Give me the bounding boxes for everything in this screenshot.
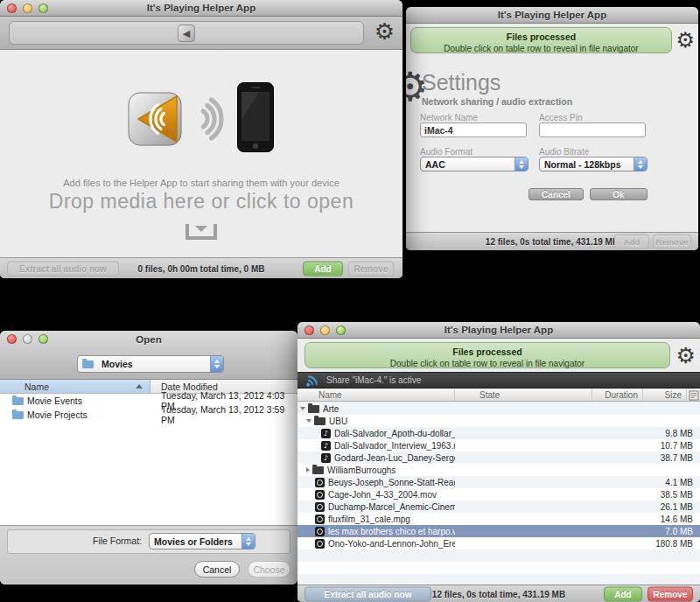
footer-bar: 12 files, 0s total time, 431.19 MB Add R… [406, 232, 698, 250]
list-item[interactable]: Movie ProjectsTuesday, March 13, 2012 3:… [0, 408, 298, 422]
table-row[interactable]: Arte [298, 402, 700, 415]
drop-hint-small: Add files to the Helper App to start sha… [63, 178, 340, 188]
video-icon [315, 478, 325, 487]
access-pin-input[interactable] [539, 122, 646, 137]
gear-icon[interactable]: ⚙ [374, 20, 395, 43]
table-row[interactable]: ♪Godard-Jean-Luc_Daney-Serge_Interview_1… [298, 452, 700, 464]
file-state [455, 464, 592, 476]
column-header-size[interactable]: Size [643, 389, 687, 401]
open-table-body: Movie EventsTuesday, March 13, 2012 4:03… [0, 394, 298, 422]
video-icon [315, 514, 325, 524]
minimize-button[interactable] [320, 326, 330, 335]
file-name: Beuys-Joseph_Sonne-Statt-Reagan_1982.mov [328, 478, 455, 487]
audio-bitrate-select[interactable]: Normal - 128kbps [539, 157, 648, 172]
file-name: Cage-John_4-33_2004.mov [328, 490, 437, 500]
minimize-button[interactable] [23, 4, 32, 13]
table-row[interactable]: fluxfilm_31_cale.mpg14.6 MB [298, 513, 700, 525]
gear-icon[interactable]: ⚙ [676, 30, 695, 51]
stepper-icon [242, 534, 255, 549]
files-table-body: ArteUBU♪Dali-Salvador_Apoth-du-dollar_19… [298, 402, 700, 584]
file-name-cell: Beuys-Joseph_Sonne-Statt-Reagan_1982.mov [298, 476, 455, 488]
close-button[interactable] [7, 4, 17, 13]
remove-button[interactable]: Remove [348, 261, 394, 276]
file-name-cell: ♪Dali-Salvador_Interview_1963.mp3 [298, 439, 455, 452]
table-row[interactable]: ♪Dali-Salvador_Interview_1963.mp310.7 MB [298, 439, 700, 452]
stepper-icon [634, 158, 647, 171]
table-row[interactable]: Duchamp-Marcel_Anemic-Cinema_1926.avi26.… [298, 500, 700, 513]
location-select[interactable]: Movies [77, 355, 224, 373]
add-button[interactable]: Add [614, 234, 649, 249]
file-name: Ono-Yoko-and-Lennon-John_Erection_1971.m [328, 539, 455, 549]
video-icon [315, 502, 325, 512]
column-header-name[interactable]: Name [298, 389, 455, 401]
column-header-duration[interactable]: Duration [592, 389, 643, 401]
zoom-button[interactable] [38, 4, 48, 13]
table-row[interactable]: WilliamBurroughs [298, 464, 700, 476]
file-name: Movie Events [27, 396, 82, 406]
file-name-cell: Arte [298, 402, 455, 415]
disclosure-open-icon[interactable] [300, 407, 305, 410]
cancel-button[interactable]: Cancel [528, 188, 584, 200]
column-header-state[interactable]: State [455, 389, 592, 401]
main-window: It's Playing Helper App ◀ ⚙ [0, 0, 402, 278]
titlebar[interactable]: It's Playing Helper App [406, 7, 698, 24]
window-title: It's Playing Helper App [498, 10, 606, 20]
app-icon: ◀ [178, 24, 195, 42]
titlebar[interactable]: Open [0, 331, 298, 347]
table-row[interactable]: Cage-John_4-33_2004.mov38.5 MB [298, 488, 700, 500]
file-name-cell: ♪Godard-Jean-Luc_Daney-Serge_Interview_1 [298, 452, 455, 464]
cancel-button[interactable]: Cancel [194, 561, 240, 578]
choose-button[interactable]: Choose [248, 561, 290, 578]
files-window: It's Playing Helper App Files processed … [298, 322, 700, 602]
column-options-icon[interactable] [687, 389, 700, 401]
folder-icon [82, 360, 94, 368]
file-duration [592, 464, 643, 476]
table-header: Name State Duration Size [298, 389, 700, 402]
file-format-select[interactable]: Movies or Folders [149, 533, 256, 550]
add-button[interactable]: Add [604, 586, 642, 601]
disclosure-open-icon[interactable] [306, 419, 312, 423]
remove-button[interactable]: Remove [653, 234, 691, 249]
disclosure-closed-icon[interactable] [306, 467, 310, 472]
file-duration [592, 415, 643, 427]
zoom-button[interactable] [336, 326, 346, 335]
titlebar[interactable]: It's Playing Helper App [0, 0, 402, 17]
table-row[interactable]: Beuys-Joseph_Sonne-Statt-Reagan_1982.mov… [298, 476, 700, 488]
minimize-button[interactable] [23, 334, 32, 344]
status-banner: Files processed Double click on table ro… [304, 342, 670, 368]
audio-format-select[interactable]: AAC [420, 157, 528, 172]
add-button[interactable]: Add [303, 261, 343, 276]
column-label: Name [318, 390, 342, 400]
close-button[interactable] [304, 326, 314, 335]
file-state [455, 402, 592, 415]
titlebar[interactable]: It's Playing Helper App [298, 322, 700, 339]
table-row[interactable]: ♪Dali-Salvador_Apoth-du-dollar_1967.mp39… [298, 427, 700, 439]
file-size: 14.6 MB [643, 513, 700, 525]
gear-icon[interactable]: ⚙ [676, 345, 696, 367]
network-name-input[interactable] [420, 122, 527, 137]
banner-title: Files processed [411, 32, 671, 42]
app-logo-icon [128, 92, 182, 146]
remove-button[interactable]: Remove [648, 586, 693, 601]
file-state [455, 500, 592, 513]
page-subtitle: Network sharing / audio extraction [422, 96, 572, 107]
file-duration [592, 402, 643, 415]
file-name-cell: UBU [298, 415, 455, 427]
table-row[interactable]: Ono-Yoko-and-Lennon-John_Erection_1971.m… [298, 537, 700, 550]
ok-button[interactable]: Ok [590, 188, 648, 200]
column-header-name[interactable]: Name [0, 380, 150, 393]
file-name-cell: les max brothers chico et harpo.wmv [298, 525, 455, 537]
zoom-button[interactable] [38, 334, 48, 344]
share-status-bar: Share "iMac-4." is active [298, 372, 700, 388]
drop-zone[interactable]: Add files to the Helper App to start sha… [0, 50, 402, 257]
file-name: WilliamBurroughs [327, 466, 396, 475]
table-row[interactable]: UBU [298, 415, 700, 427]
close-button[interactable] [7, 334, 17, 344]
wifi-arcs-icon [194, 82, 224, 156]
file-name-cell: Movie Events [0, 396, 150, 406]
toolbar: ◀ ⚙ [0, 17, 402, 50]
video-icon [315, 539, 325, 549]
file-duration [592, 452, 643, 464]
file-size [643, 402, 700, 415]
table-row[interactable]: les max brothers chico et harpo.wmv7.0 M… [298, 525, 700, 537]
